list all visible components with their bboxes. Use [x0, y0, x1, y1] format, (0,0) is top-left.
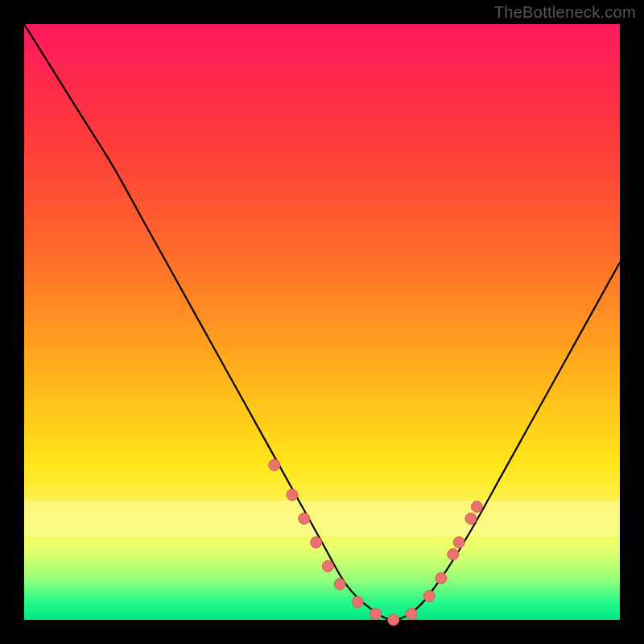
curve-marker: [322, 560, 333, 572]
curve-marker: [453, 537, 464, 548]
plot-area: [24, 24, 620, 620]
watermark-text: TheBottleneck.com: [494, 3, 636, 22]
curve-marker: [299, 513, 310, 524]
curve-marker: [370, 609, 382, 620]
curve-marker: [269, 460, 280, 471]
curve-marker: [448, 549, 459, 560]
curve-marker: [334, 579, 345, 590]
curve-marker: [406, 609, 417, 620]
curve-marker: [311, 537, 322, 548]
curve-marker: [287, 489, 298, 501]
curve-marker: [352, 597, 363, 608]
curve-marker: [436, 572, 447, 584]
curve-marker: [471, 501, 482, 512]
curve-marker: [388, 614, 399, 625]
marker-group: [269, 460, 483, 625]
curve-marker: [465, 513, 477, 524]
curve-marker: [423, 590, 435, 601]
curve-svg: [24, 24, 620, 620]
bottleneck-curve-path: [24, 24, 620, 620]
chart-container: TheBottleneck.com: [0, 0, 644, 644]
